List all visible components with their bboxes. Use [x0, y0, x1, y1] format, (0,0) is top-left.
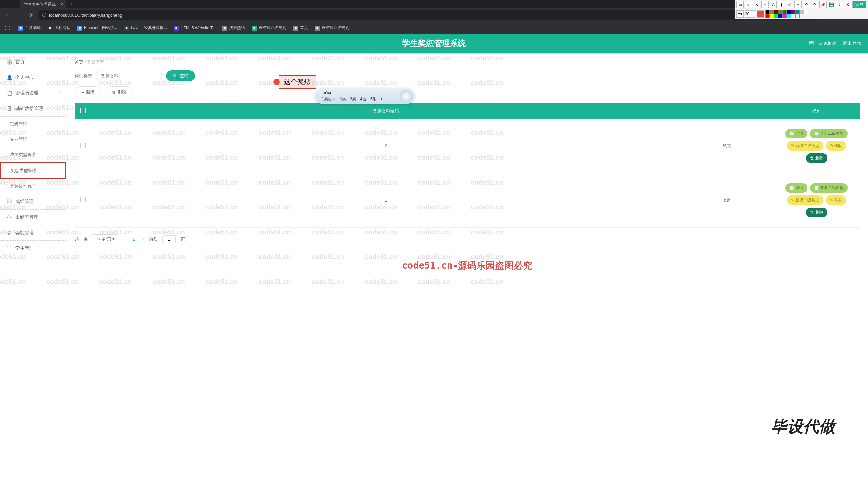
sidebar-item[interactable]: 📋管理员管理˅ [0, 86, 66, 101]
main-content: 首页 / 奖惩类型 奖惩类型 🔍 查询 + 新增 🗑 删除 这个奖惩 [66, 54, 868, 477]
sidebar-item[interactable]: 🏠首页 [0, 54, 66, 70]
row-checkbox[interactable] [80, 143, 86, 148]
pin-icon[interactable]: 📌 [819, 1, 827, 8]
bookmark-item[interactable]: ■首页 [293, 25, 308, 31]
sidebar-item[interactable]: 🖥奖惩管理˅ [0, 225, 66, 241]
sidebar-subitem[interactable]: 成绩类型管理 [0, 147, 66, 162]
screenshot-editor-toolbar: ▭ ○ ↘ 〰 A ▮ ① ✂ ↶ ↷ 📌 💾 ⇪ ✕ 完成 A▾ [735, 0, 868, 19]
ime-candidate[interactable]: 3累 [350, 96, 356, 102]
cut-icon[interactable]: ✂ [795, 1, 802, 8]
browser-tab[interactable]: 学生奖惩管理系统 × [20, 0, 66, 9]
current-color[interactable] [757, 10, 764, 18]
delete-button[interactable]: 🗑 删除 [105, 87, 133, 98]
detail-button[interactable]: 📄 详情 [785, 129, 807, 138]
bookmark-item[interactable]: ■图标网站 [48, 25, 70, 31]
sidebar-subitem[interactable]: 奖惩级别管理 [0, 179, 66, 194]
sidebar-item[interactable]: 🗄基础数据管理˄ [0, 101, 66, 116]
back-icon[interactable]: ← [3, 10, 11, 19]
nav-icon: 🗄 [7, 106, 12, 111]
page-size-select[interactable]: 10条/页 ▾ [93, 234, 118, 244]
arrow-tool-icon[interactable]: ↘ [753, 1, 760, 8]
row-checkbox[interactable] [80, 197, 86, 202]
apps-icon[interactable]: ⋮⋮ [3, 26, 11, 31]
bookmark-item[interactable]: ■搜索壁纸 [222, 25, 245, 31]
breadcrumb: 首页 / 奖惩类型 [74, 59, 860, 65]
bookmarks-bar: ⋮⋮ ■百度翻译■图标网站■Element - 网站快...■Layui - 经… [0, 22, 868, 34]
sidebar-subitem[interactable]: 专业管理 [0, 132, 66, 147]
sidebar-subitem[interactable]: 班级管理 [0, 116, 66, 132]
redo-icon[interactable]: ↷ [811, 1, 818, 8]
goto-page-input[interactable] [162, 235, 176, 243]
done-button[interactable]: 完成 [852, 1, 866, 8]
logout-link[interactable]: 退出登录 [843, 40, 861, 46]
breadcrumb-current: 奖惩类型 [87, 60, 104, 65]
nav-icon: ⏱ [7, 215, 12, 220]
url-input[interactable]: ⓘ localhost:8081/#/dictionaryJiangcheng [38, 10, 821, 20]
admin-label[interactable]: 管理员 admin [808, 40, 836, 46]
share-icon[interactable]: ⇪ [836, 1, 843, 8]
sidebar-item[interactable]: 📄成绩管理˅ [0, 194, 66, 210]
bookmark-item[interactable]: ■Layui - 经典开源模... [124, 25, 167, 31]
detail-button[interactable]: 📄 详情 [785, 183, 807, 193]
sidebar-item[interactable]: ⏱出勤率管理˅ [0, 210, 66, 225]
plus-icon: + [82, 90, 84, 95]
search-button[interactable]: 🔍 查询 [166, 70, 195, 81]
trash-icon: 🗑 [112, 90, 116, 95]
ime-more-icon[interactable]: ▸ [381, 96, 382, 102]
new-tab-button[interactable]: + [70, 1, 72, 7]
edit-button[interactable]: ✎ 修改 [826, 196, 846, 205]
row-delete-button[interactable]: 🗑 删除 [806, 208, 827, 217]
view-sub-button[interactable]: 📄 查看二级类型 [810, 129, 848, 138]
ime-candidate[interactable]: 2类 [340, 96, 346, 102]
url-text: localhost:8081/#/dictionaryJiangcheng [49, 12, 122, 18]
table-row: 2 惩罚 📄 详情 📄 查看二级类型 ✎ 新增二级类型 ✎ 修改 🗑 删除 [74, 119, 860, 173]
ime-candidate[interactable]: 1累心☺ [321, 96, 336, 102]
add-button[interactable]: + 新增 [74, 87, 101, 98]
app-title: 学生奖惩管理系统 [402, 38, 466, 49]
bookmark-item[interactable]: ■表结构命名规则 [315, 25, 349, 31]
counter-tool-icon[interactable]: ① [786, 1, 794, 8]
cell-name: 惩罚 [681, 119, 774, 173]
add-sub-button[interactable]: ✎ 新增二级类型 [787, 196, 823, 205]
next-page-icon[interactable]: › [143, 237, 144, 242]
sidebar-item[interactable]: 👤个人中心˅ [0, 70, 66, 86]
ime-candidate[interactable]: 5泪 [370, 96, 377, 102]
edit-button[interactable]: ✎ 修改 [826, 141, 846, 151]
circle-tool-icon[interactable]: ○ [745, 1, 752, 8]
cell-code: 1 [91, 173, 681, 228]
sidebar-item[interactable]: ⛶学生管理˅ [0, 241, 66, 257]
bookmark-item[interactable]: ■HTML5 Website T... [174, 26, 216, 31]
prev-page-icon[interactable]: ‹ [123, 237, 125, 242]
reload-icon[interactable]: ⟳ [27, 10, 34, 20]
bookmark-item[interactable]: ■表结构命名规则 [252, 25, 286, 31]
chevron-down-icon: ▾ [113, 237, 115, 241]
close-icon[interactable]: × [60, 2, 63, 7]
sidebar-subitem[interactable]: 奖惩类型管理 [0, 162, 66, 179]
save-icon[interactable]: 💾 [828, 1, 835, 8]
brush-tool-icon[interactable]: 〰 [761, 1, 769, 8]
rect-tool-icon[interactable]: ▭ [736, 1, 744, 8]
undo-icon[interactable]: ↶ [803, 1, 810, 8]
bookmark-item[interactable]: ■百度翻译 [18, 25, 41, 31]
info-icon: ⓘ [42, 12, 46, 18]
filter-input[interactable] [96, 71, 162, 81]
page-number[interactable]: 1 [130, 236, 137, 243]
add-sub-button[interactable]: ✎ 新增二级类型 [787, 141, 823, 151]
ime-candidate[interactable]: 4雷 [360, 96, 366, 102]
chevron-down-icon: ˅ [59, 246, 61, 251]
view-sub-button[interactable]: 📄 查看二级类型 [810, 183, 848, 193]
highlight-tool-icon[interactable]: ▮ [778, 1, 785, 8]
bookmark-item[interactable]: ■Element - 网站快... [77, 25, 117, 31]
font-size-input[interactable] [745, 10, 756, 18]
breadcrumb-home[interactable]: 首页 [74, 60, 83, 65]
chevron-down-icon: ˅ [59, 75, 61, 80]
total-label: 共 2 条 [74, 236, 88, 242]
cancel-icon[interactable]: ✕ [844, 1, 851, 8]
font-family-select[interactable]: A▾ [736, 10, 744, 18]
ime-candidates[interactable]: 1累心☺2类3累4雷5泪 ▸ [321, 96, 398, 102]
select-all-checkbox[interactable] [80, 108, 86, 113]
text-tool-icon[interactable]: A [770, 1, 777, 8]
action-bar: + 新增 🗑 删除 [74, 87, 860, 98]
row-delete-button[interactable]: 🗑 删除 [806, 154, 827, 163]
color-palette[interactable] [765, 10, 808, 18]
